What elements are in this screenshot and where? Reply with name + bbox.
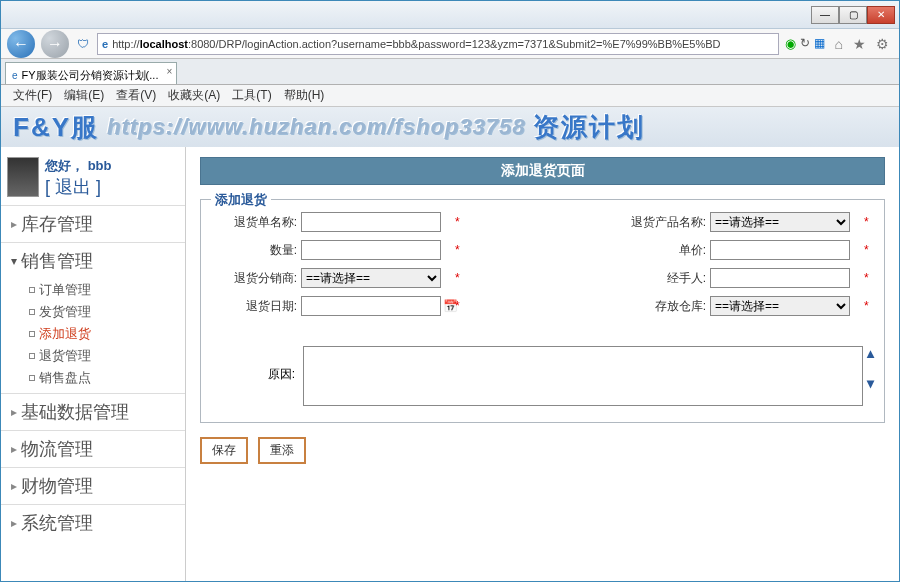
menu-favorites[interactable]: 收藏夹(A) (164, 87, 224, 104)
refresh-icon[interactable]: ↻ (800, 36, 810, 51)
sidebar-sub-item[interactable]: 订单管理 (29, 279, 185, 301)
input-quantity[interactable] (301, 240, 441, 260)
menu-edit[interactable]: 编辑(E) (60, 87, 108, 104)
tab-close-icon[interactable]: × (167, 66, 173, 77)
scroll-up-icon[interactable]: ▴ (867, 346, 874, 360)
sidebar-item[interactable]: ▸财物管理 (1, 467, 185, 504)
fieldset-legend: 添加退货 (211, 191, 271, 209)
label-distributor: 退货分销商: (211, 270, 301, 287)
bullet-icon (29, 353, 35, 359)
user-name: bbb (88, 158, 112, 173)
menu-help[interactable]: 帮助(H) (280, 87, 329, 104)
feed-icon[interactable]: ▦ (814, 36, 825, 51)
bullet-icon (29, 309, 35, 315)
label-price: 单价: (620, 242, 710, 259)
home-icon[interactable]: ⌂ (835, 36, 843, 52)
logout-link[interactable]: [ 退出 ] (45, 175, 111, 199)
tab-favicon: e (12, 70, 18, 81)
close-window-button[interactable]: ✕ (867, 6, 895, 24)
window-titlebar: — ▢ ✕ (1, 1, 899, 29)
menu-bar: 文件(F) 编辑(E) 查看(V) 收藏夹(A) 工具(T) 帮助(H) (1, 85, 899, 107)
bullet-icon (29, 287, 35, 293)
favorites-icon[interactable]: ★ (853, 36, 866, 52)
label-product-name: 退货产品名称: (620, 214, 710, 231)
sidebar-sub-item[interactable]: 退货管理 (29, 345, 185, 367)
label-handler: 经手人: (620, 270, 710, 287)
sidebar-sub-item[interactable]: 销售盘点 (29, 367, 185, 389)
required-mark: * (451, 243, 465, 257)
banner-left: F&Y服 (13, 110, 99, 145)
required-mark: * (451, 299, 465, 313)
label-warehouse: 存放仓库: (620, 298, 710, 315)
input-date[interactable] (301, 296, 441, 316)
required-mark: * (451, 271, 465, 285)
sidebar-sub-label: 退货管理 (39, 347, 91, 365)
browser-tab[interactable]: e FY服装公司分销资源计划(... × (5, 62, 177, 84)
required-mark: * (860, 299, 874, 313)
sidebar: 您好， bbb [ 退出 ] ▸库存管理▾销售管理订单管理发货管理添加退货退货管… (1, 147, 186, 582)
compat-icon[interactable]: ◉ (785, 36, 796, 51)
sidebar-item-label: 销售管理 (21, 249, 93, 273)
sidebar-sub-label: 发货管理 (39, 303, 91, 321)
select-distributor[interactable]: ==请选择== (301, 268, 441, 288)
label-return-name: 退货单名称: (211, 214, 301, 231)
sidebar-item-label: 基础数据管理 (21, 400, 129, 424)
required-mark: * (860, 215, 874, 229)
url-prefix: http:// (112, 38, 140, 50)
sidebar-sub-item[interactable]: 添加退货 (29, 323, 185, 345)
form-fieldset: 添加退货 退货单名称: * 退货产品名称: ==请选择== * 数量: * 单价… (200, 199, 885, 423)
url-host: localhost (140, 38, 188, 50)
scroll-down-icon[interactable]: ▾ (867, 376, 874, 390)
save-button[interactable]: 保存 (200, 437, 248, 464)
tools-icon[interactable]: ⚙ (876, 36, 889, 52)
reset-button[interactable]: 重添 (258, 437, 306, 464)
sidebar-item-label: 系统管理 (21, 511, 93, 535)
menu-view[interactable]: 查看(V) (112, 87, 160, 104)
menu-file[interactable]: 文件(F) (9, 87, 56, 104)
label-quantity: 数量: (211, 242, 301, 259)
input-handler[interactable] (710, 268, 850, 288)
chevron-right-icon: ▸ (11, 442, 17, 456)
tab-title: FY服装公司分销资源计划(... (22, 68, 159, 83)
banner-right: 资源计划 (533, 110, 645, 145)
sidebar-item-label: 物流管理 (21, 437, 93, 461)
sidebar-sub-item[interactable]: 发货管理 (29, 301, 185, 323)
forward-button[interactable]: → (41, 30, 69, 58)
ie-icon: e (102, 38, 108, 50)
textarea-reason[interactable] (303, 346, 863, 406)
sidebar-sub-label: 销售盘点 (39, 369, 91, 387)
sidebar-item[interactable]: ▸基础数据管理 (1, 393, 185, 430)
menu-tools[interactable]: 工具(T) (228, 87, 275, 104)
shield-icon[interactable]: 🛡 (75, 37, 91, 51)
sidebar-sub-label: 订单管理 (39, 281, 91, 299)
banner-watermark: https://www.huzhan.com/fshop33758 (107, 114, 525, 140)
sidebar-item-label: 库存管理 (21, 212, 93, 236)
page-title: 添加退货页面 (200, 157, 885, 185)
browser-tabs: e FY服装公司分销资源计划(... × (1, 59, 899, 85)
label-date: 退货日期: (211, 298, 301, 315)
chevron-right-icon: ▸ (11, 516, 17, 530)
main-panel: 添加退货页面 添加退货 退货单名称: * 退货产品名称: ==请选择== * 数… (186, 147, 899, 582)
sidebar-item[interactable]: ▾销售管理 (1, 242, 185, 279)
input-return-name[interactable] (301, 212, 441, 232)
select-product-name[interactable]: ==请选择== (710, 212, 850, 232)
user-greeting: 您好， (45, 158, 84, 173)
sidebar-sub-label: 添加退货 (39, 325, 91, 343)
maximize-button[interactable]: ▢ (839, 6, 867, 24)
sidebar-item[interactable]: ▸系统管理 (1, 504, 185, 541)
user-box: 您好， bbb [ 退出 ] (1, 151, 185, 205)
select-warehouse[interactable]: ==请选择== (710, 296, 850, 316)
required-mark: * (451, 215, 465, 229)
chevron-right-icon: ▸ (11, 217, 17, 231)
sidebar-item[interactable]: ▸物流管理 (1, 430, 185, 467)
sidebar-item[interactable]: ▸库存管理 (1, 205, 185, 242)
chevron-right-icon: ▸ (11, 479, 17, 493)
address-bar[interactable]: e http://localhost:8080/DRP/loginAction.… (97, 33, 779, 55)
bullet-icon (29, 331, 35, 337)
label-reason: 原因: (211, 346, 299, 383)
minimize-button[interactable]: — (811, 6, 839, 24)
input-price[interactable] (710, 240, 850, 260)
required-mark: * (860, 243, 874, 257)
back-button[interactable]: ← (7, 30, 35, 58)
bullet-icon (29, 375, 35, 381)
